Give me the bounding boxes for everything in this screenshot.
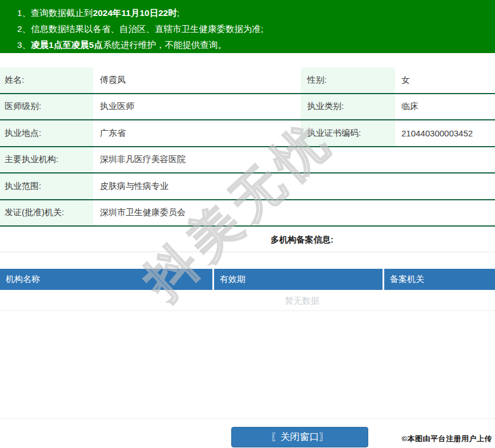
footer-divider [0, 418, 495, 419]
column-header-validity-period: 有效期 [214, 269, 384, 290]
table-row: 医师级别: 执业医师 执业类别: 临床 [0, 94, 495, 121]
field-label-main-institution: 主要执业机构: [0, 147, 93, 173]
field-label-practice-category: 执业类别: [301, 94, 395, 120]
field-value-doctor-level: 执业医师 [93, 101, 301, 112]
table-row: 发证(批准)机关: 深圳市卫生健康委员会 [0, 200, 495, 227]
field-label-practice-scope: 执业范围: [0, 173, 93, 199]
doctor-info-table: 姓名: 傅霞凤 性别: 女 医师级别: 执业医师 执业类别: 临床 执业地点: … [0, 67, 495, 227]
column-header-filing-authority: 备案机关 [384, 269, 495, 290]
table-row: 主要执业机构: 深圳非凡医疗美容医院 [0, 147, 495, 174]
no-data-placeholder: 暂无数据 [0, 290, 495, 311]
field-label-practice-place: 执业地点: [0, 120, 93, 146]
field-label-certificate-no: 执业证书编码: [301, 120, 395, 146]
field-value-issuing-authority: 深圳市卫生健康委员会 [93, 207, 495, 218]
field-label-issuing-authority: 发证(批准)机关: [0, 200, 93, 226]
query-result-page: 1、查询数据截止到2024年11月10日22时; 2、信息数据结果以各省、自治区… [0, 0, 495, 448]
close-window-button[interactable]: 〖关闭窗口〗 [231, 427, 368, 447]
field-label-gender: 性别: [301, 67, 395, 93]
field-value-practice-scope: 皮肤病与性病专业 [93, 181, 495, 192]
notice-3-bold: 凌晨1点至凌晨5点 [31, 40, 103, 50]
notice-line-1: 1、查询数据截止到2024年11月10日22时; [17, 5, 495, 21]
filing-table-header: 机构名称 有效期 备案机关 [0, 269, 495, 290]
field-value-practice-place: 广东省 [93, 128, 301, 139]
field-label-name: 姓名: [0, 67, 93, 93]
notice-banner: 1、查询数据截止到2024年11月10日22时; 2、信息数据结果以各省、自治区… [0, 0, 495, 53]
table-row: 执业地点: 广东省 执业证书编码: 210440300003452 [0, 120, 495, 147]
notice-2-text: 2、信息数据结果以各省、自治区、直辖市卫生健康委数据为准; [17, 24, 263, 34]
notice-1-text: 1、查询数据截止到 [17, 8, 93, 18]
field-label-doctor-level: 医师级别: [0, 94, 93, 120]
notice-3-suffix: 系统进行维护，不能提供查询。 [103, 40, 227, 50]
table-row: 执业范围: 皮肤病与性病专业 [0, 173, 495, 200]
field-value-certificate-no: 210440300003452 [395, 128, 495, 138]
filing-section-title: 多机构备案信息: [0, 227, 495, 252]
notice-1-suffix: ; [177, 8, 179, 18]
field-value-gender: 女 [395, 75, 495, 86]
notice-3-text: 3、 [17, 40, 31, 50]
notice-line-2: 2、信息数据结果以各省、自治区、直辖市卫生健康委数据为准; [17, 21, 495, 37]
table-row: 姓名: 傅霞凤 性别: 女 [0, 67, 495, 94]
column-header-institution-name: 机构名称 [0, 269, 214, 290]
field-value-name: 傅霞凤 [93, 75, 301, 86]
field-value-main-institution: 深圳非凡医疗美容医院 [93, 154, 495, 165]
uploaded-by-caption: ©本图由平台注册用户上传 [401, 434, 492, 444]
field-value-practice-category: 临床 [395, 101, 495, 112]
notice-line-3: 3、凌晨1点至凌晨5点系统进行维护，不能提供查询。 [17, 37, 495, 53]
notice-1-bold: 2024年11月10日22时 [93, 8, 177, 18]
